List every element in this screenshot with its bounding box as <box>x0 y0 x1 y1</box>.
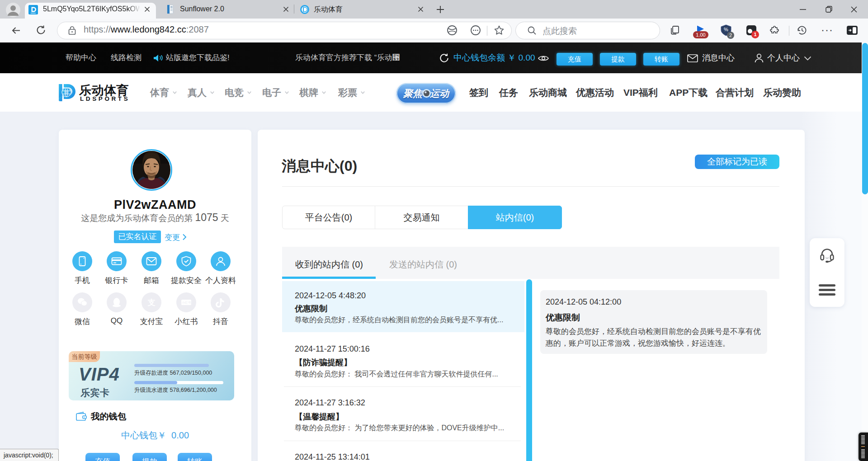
svg-text:小红书: 小红书 <box>182 301 191 305</box>
svg-text:支: 支 <box>147 298 156 307</box>
svg-text:%: % <box>724 27 728 32</box>
